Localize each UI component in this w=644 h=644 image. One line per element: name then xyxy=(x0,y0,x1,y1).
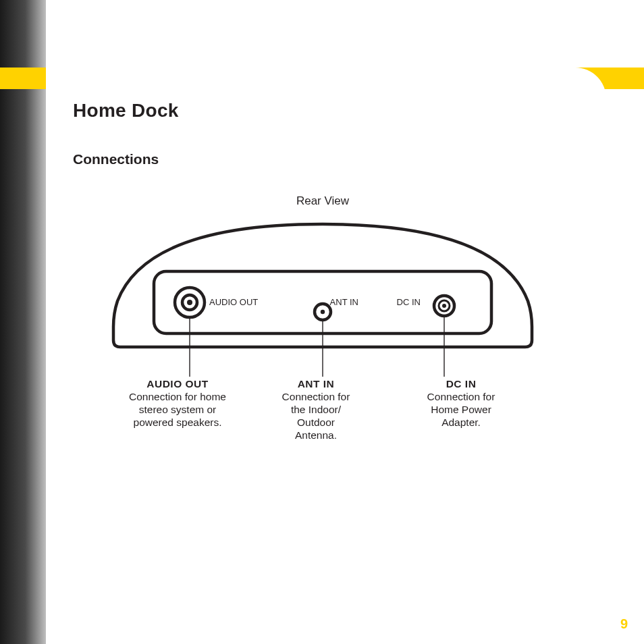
callout-heading: AUDIO OUT xyxy=(100,378,255,391)
device-illustration: AUDIO OUT ANT IN DC IN xyxy=(100,212,545,381)
callout-line: Outdoor xyxy=(255,417,377,429)
section-heading: Connections xyxy=(73,151,572,167)
port-label-dc-in: DC IN xyxy=(397,297,421,307)
callout-line: stereo system or xyxy=(100,404,255,417)
content-card: Home Dock Connections Rear View AUDIO OU… xyxy=(46,68,606,601)
callout-ant-in: ANT IN Connection for the Indoor/ Outdoo… xyxy=(255,378,377,442)
left-gradient-strip xyxy=(0,0,46,644)
port-label-audio-out: AUDIO OUT xyxy=(209,297,258,307)
callout-line: Connection for xyxy=(377,391,545,404)
svg-point-8 xyxy=(442,304,446,308)
callout-heading: ANT IN xyxy=(255,378,377,391)
diagram: Rear View AUDIO OUT ANT IN xyxy=(100,194,545,451)
port-label-ant-in: ANT IN xyxy=(330,297,358,307)
callout-line: Connection for home xyxy=(100,391,255,404)
callout-line: Antenna. xyxy=(255,429,377,442)
callout-line: Home Power xyxy=(377,404,545,417)
callout-line: powered speakers. xyxy=(100,417,255,429)
callouts-row: AUDIO OUT Connection for home stereo sys… xyxy=(100,378,545,442)
svg-point-3 xyxy=(187,300,192,305)
svg-point-5 xyxy=(321,310,325,314)
callout-line: Adapter. xyxy=(377,417,545,429)
page-title: Home Dock xyxy=(73,100,572,122)
view-label: Rear View xyxy=(100,194,545,208)
page-number: 9 xyxy=(620,616,628,632)
callout-dc-in: DC IN Connection for Home Power Adapter. xyxy=(377,378,545,442)
callout-line: the Indoor/ xyxy=(255,404,377,417)
callout-heading: DC IN xyxy=(377,378,545,391)
callout-line: Connection for xyxy=(255,391,377,404)
callout-audio-out: AUDIO OUT Connection for home stereo sys… xyxy=(100,378,255,442)
